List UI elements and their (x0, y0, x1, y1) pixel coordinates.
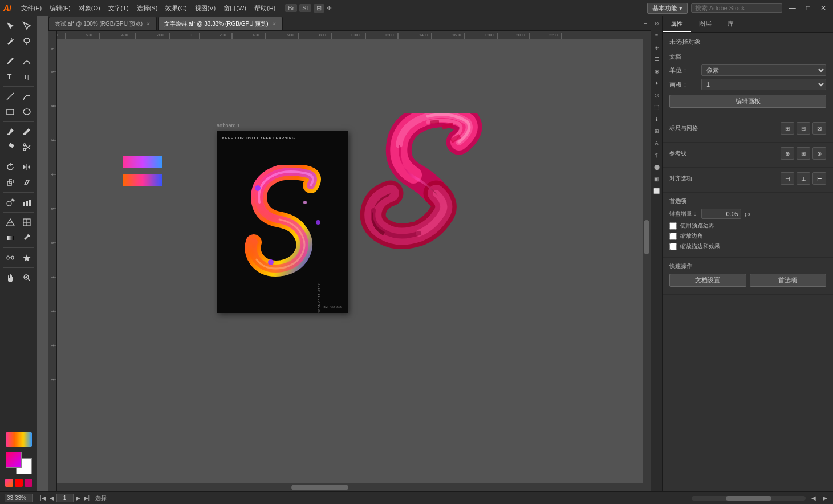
line-tool[interactable] (2, 89, 18, 104)
ellipse-tool[interactable] (19, 104, 35, 119)
pen-tool[interactable] (2, 54, 18, 68)
text-icon[interactable]: A (652, 138, 662, 148)
horizontal-scrollbar[interactable] (57, 483, 643, 491)
mesh-tool[interactable] (19, 215, 35, 230)
ruler-toggle-btn[interactable]: ⊞ (781, 122, 794, 135)
column-graph-tool[interactable] (19, 195, 35, 210)
menu-text[interactable]: 文字(T) (104, 3, 133, 14)
tab-layers[interactable]: 图层 (691, 16, 720, 32)
swatch-3[interactable] (25, 479, 32, 487)
snap-btn[interactable]: ⊠ (812, 122, 826, 135)
guide-btn-1[interactable]: ⊕ (781, 147, 794, 160)
vertical-scrollbar[interactable] (643, 39, 651, 491)
maximize-button[interactable]: □ (803, 3, 814, 13)
tab-0[interactable]: 尝试.ai* @ 100% (RGB/GPU 预览) ✕ (48, 17, 157, 30)
appearance-icon[interactable]: ◎ (652, 90, 662, 100)
align-btn-1[interactable]: ⊣ (781, 172, 794, 185)
direct-selection-tool[interactable] (19, 18, 35, 33)
next-artboard-btn[interactable]: ▶ (75, 495, 82, 501)
tabs-toggle-btn[interactable]: ≡ (640, 19, 651, 30)
blend-tool[interactable] (2, 250, 18, 265)
align-btn-3[interactable]: ⊢ (812, 172, 826, 185)
symbol-sprayer-tool[interactable] (2, 195, 18, 210)
brushes-icon[interactable]: ◉ (652, 66, 662, 76)
live-paint-tool[interactable] (19, 250, 35, 265)
menu-help[interactable]: 帮助(H) (250, 3, 279, 14)
minimize-button[interactable]: — (786, 3, 799, 13)
horizontal-scroll-thumb[interactable] (291, 485, 348, 490)
perspective-grid-tool[interactable] (2, 215, 18, 230)
gradient-tool[interactable] (2, 230, 18, 245)
eyedropper-tool[interactable] (19, 230, 35, 245)
selection-tool[interactable] (2, 18, 18, 33)
shear-tool[interactable] (19, 175, 35, 190)
zoom-input[interactable] (5, 494, 33, 502)
swatch-2[interactable] (15, 479, 23, 487)
vertical-type-tool[interactable]: T| (19, 69, 35, 84)
tab-1-close[interactable]: ✕ (272, 21, 277, 27)
doc-settings-button[interactable]: 文档设置 (669, 274, 746, 287)
tab-1[interactable]: 文字烧链.ai* @ 33.33% (RGB/GPU 预览) ✕ (158, 17, 282, 30)
assets-icon[interactable]: ◈ (652, 42, 662, 52)
workspace-button[interactable]: 基本功能 ▾ (647, 3, 688, 14)
color-guide-icon[interactable]: ▣ (652, 174, 662, 184)
close-button[interactable]: ✕ (817, 3, 830, 13)
stroke-fill-swatches[interactable] (6, 452, 32, 474)
tab-0-close[interactable]: ✕ (146, 21, 151, 27)
last-artboard-btn[interactable]: ▶| (83, 495, 91, 501)
menu-edit[interactable]: 编辑(E) (46, 3, 75, 14)
libraries-icon[interactable]: ≡ (652, 30, 662, 40)
canvas-area[interactable]: artboard 1 KEEP CURIOSITY KEEP LEARNING (57, 39, 651, 491)
guide-btn-3[interactable]: ⊗ (812, 147, 826, 160)
scale-corners-checkbox[interactable] (669, 233, 677, 240)
properties-icon[interactable]: ⊙ (652, 18, 662, 29)
eraser-tool[interactable] (2, 140, 18, 155)
menu-select[interactable]: 选择(S) (133, 3, 162, 14)
rotate-tool[interactable] (2, 160, 18, 174)
menu-effect[interactable]: 效果(C) (161, 3, 190, 14)
scissors-tool[interactable] (19, 140, 35, 155)
menu-window[interactable]: 窗口(W) (220, 3, 250, 14)
edit-artboard-button[interactable]: 编辑画板 (669, 95, 826, 108)
gradient-swatch[interactable] (6, 432, 32, 447)
tab-properties[interactable]: 属性 (663, 16, 691, 32)
align-btn-2[interactable]: ⊥ (797, 172, 810, 185)
status-prev-btn[interactable]: ◀ (810, 495, 817, 501)
scale-strokes-checkbox[interactable] (669, 243, 677, 250)
unit-select[interactable]: 像素 点 毫米 (701, 64, 826, 76)
prev-artboard-btn[interactable]: ◀ (48, 495, 55, 501)
graphic-styles-icon[interactable]: ⬚ (652, 102, 662, 112)
menu-object[interactable]: 对象(O) (75, 3, 104, 14)
stock-btn[interactable]: St (299, 4, 311, 12)
scale-tool[interactable] (2, 175, 18, 190)
preferences-button[interactable]: 首选项 (750, 274, 827, 287)
type-tool[interactable]: T (2, 69, 18, 84)
menu-file[interactable]: 文件(F) (17, 3, 46, 14)
curvature-tool[interactable] (19, 54, 35, 68)
paragraph-icon[interactable]: ¶ (652, 150, 662, 160)
guide-btn-2[interactable]: ⊞ (797, 147, 810, 160)
status-scrollbar[interactable] (692, 496, 806, 501)
first-artboard-btn[interactable]: |◀ (39, 495, 47, 501)
artboard-num-input[interactable] (56, 494, 74, 502)
zoom-tool[interactable] (19, 270, 35, 285)
links-icon[interactable]: ⊞ (652, 126, 662, 136)
keyboard-increment-input[interactable] (701, 209, 741, 219)
lasso-tool[interactable] (19, 34, 35, 48)
share-btn[interactable]: ✈ (327, 5, 332, 12)
menu-view[interactable]: 视图(V) (191, 3, 220, 14)
use-preview-bounds-checkbox[interactable] (669, 222, 677, 230)
tab-libraries[interactable]: 库 (720, 16, 742, 32)
artboard-select[interactable]: 1 2 (701, 79, 826, 90)
artboard-icon[interactable]: ⬜ (652, 186, 662, 196)
hand-tool[interactable] (2, 270, 18, 285)
search-input[interactable] (691, 3, 782, 13)
grid-toggle-btn[interactable]: ⊟ (797, 122, 810, 135)
rectangle-tool[interactable] (2, 104, 18, 119)
bridge-btn[interactable]: Br (285, 4, 297, 12)
pencil-tool[interactable] (19, 124, 35, 139)
status-next-btn[interactable]: ▶ (822, 495, 828, 501)
magic-wand-tool[interactable] (2, 34, 18, 48)
vertical-scroll-thumb[interactable] (644, 220, 649, 254)
paintbrush-tool[interactable] (2, 124, 18, 139)
